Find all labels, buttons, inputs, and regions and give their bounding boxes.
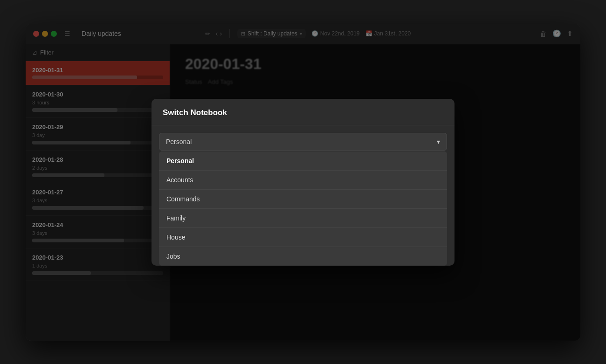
dropdown-option-jobs[interactable]: Jobs [159, 247, 447, 266]
dropdown-option-accounts[interactable]: Accounts [159, 170, 447, 189]
modal-overlay[interactable]: Switch Notebook Personal ▾ Personal Acco… [26, 24, 580, 341]
chevron-down-icon: ▾ [437, 138, 440, 145]
dropdown-selected-value: Personal [166, 138, 192, 145]
dropdown-option-commands[interactable]: Commands [159, 189, 447, 208]
dropdown-option-house[interactable]: House [159, 227, 447, 247]
modal-title: Switch Notebook [163, 108, 443, 117]
modal-body: Personal ▾ Personal Accounts Commands Fa… [152, 125, 454, 266]
notebook-dropdown[interactable]: Personal ▾ [159, 133, 447, 151]
dropdown-option-personal[interactable]: Personal [159, 151, 447, 170]
dropdown-option-family[interactable]: Family [159, 208, 447, 227]
dropdown-list: Personal Accounts Commands Family House … [159, 151, 447, 266]
app-window: ☰ Daily updates ✏ ‹ › ⊞ Shift : Daily up… [26, 24, 580, 341]
modal-header: Switch Notebook [152, 99, 454, 125]
switch-notebook-modal: Switch Notebook Personal ▾ Personal Acco… [152, 99, 454, 266]
